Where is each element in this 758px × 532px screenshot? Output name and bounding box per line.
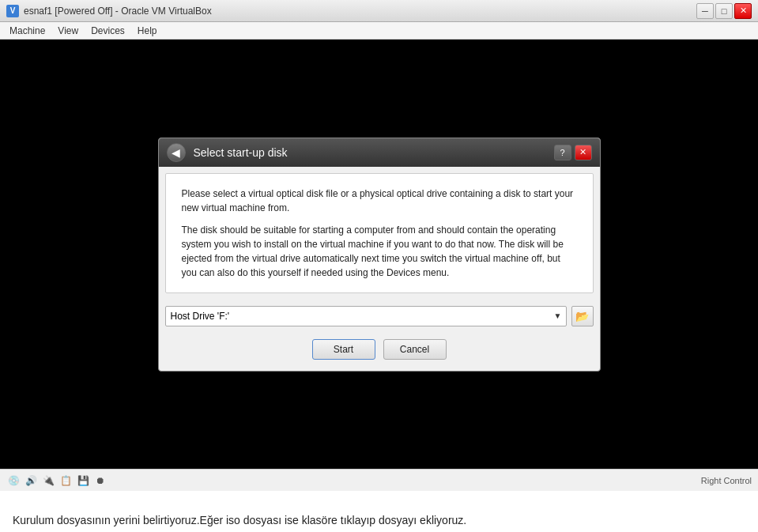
status-icon-network: 📋 — [58, 474, 73, 488]
browse-button[interactable]: 📂 — [571, 306, 594, 326]
dialog-help-button[interactable]: ? — [554, 145, 571, 160]
status-icon-storage: 💾 — [76, 474, 90, 488]
status-icons: 💿 🔊 🔌 📋 💾 ⏺ — [6, 474, 107, 488]
status-right: Right Control — [701, 476, 752, 485]
dialog-close-button[interactable]: ✕ — [575, 145, 592, 160]
right-control-label: Right Control — [701, 476, 752, 485]
menu-bar: Machine View Devices Help — [0, 22, 758, 40]
dialog-title-controls: ? ✕ — [554, 145, 592, 160]
vm-display: ◀ Select start-up disk ? ✕ Please select… — [0, 40, 758, 469]
minimize-button[interactable]: ─ — [696, 3, 714, 19]
menu-devices[interactable]: Devices — [85, 24, 131, 38]
dialog-overlay: ◀ Select start-up disk ? ✕ Please select… — [0, 40, 758, 469]
drive-dropdown-wrapper: Host Drive 'F:' ▼ — [165, 306, 567, 326]
status-bar: 💿 🔊 🔌 📋 💾 ⏺ Right Control — [0, 469, 758, 491]
status-icon-record: ⏺ — [93, 474, 107, 488]
dialog-body: Please select a virtual optical disk fil… — [165, 173, 594, 293]
dialog-description-1: Please select a virtual optical disk fil… — [182, 187, 577, 215]
startup-disk-dialog: ◀ Select start-up disk ? ✕ Please select… — [158, 138, 601, 372]
app-icon: V — [6, 5, 19, 17]
menu-view[interactable]: View — [51, 24, 85, 38]
cancel-button[interactable]: Cancel — [383, 339, 447, 360]
start-button[interactable]: Start — [312, 339, 375, 360]
status-icon-usb: 🔌 — [41, 474, 55, 488]
folder-icon: 📂 — [575, 310, 589, 323]
dialog-back-button[interactable]: ◀ — [167, 143, 186, 162]
bottom-text-area: Kurulum dosyasının yerini belirtiyoruz.E… — [0, 491, 758, 532]
window-controls: ─ □ ✕ — [696, 3, 752, 19]
bottom-description: Kurulum dosyasının yerini belirtiyoruz.E… — [13, 511, 466, 529]
dialog-title: Select start-up disk — [194, 146, 546, 159]
maximize-button[interactable]: □ — [715, 3, 733, 19]
close-button[interactable]: ✕ — [734, 3, 752, 19]
dialog-footer: Start Cancel — [159, 333, 600, 371]
status-icon-optical: 💿 — [6, 474, 21, 488]
drive-dropdown[interactable]: Host Drive 'F:' — [165, 306, 567, 326]
status-icon-audio: 🔊 — [24, 474, 38, 488]
title-bar: V esnaf1 [Powered Off] - Oracle VM Virtu… — [0, 0, 758, 22]
dialog-description-2: The disk should be suitable for starting… — [182, 223, 577, 280]
window-title: esnaf1 [Powered Off] - Oracle VM Virtual… — [24, 6, 696, 17]
dialog-titlebar: ◀ Select start-up disk ? ✕ — [159, 138, 600, 167]
dialog-dropdown-row: Host Drive 'F:' ▼ 📂 — [159, 300, 600, 333]
menu-machine[interactable]: Machine — [3, 24, 51, 38]
menu-help[interactable]: Help — [131, 24, 164, 38]
